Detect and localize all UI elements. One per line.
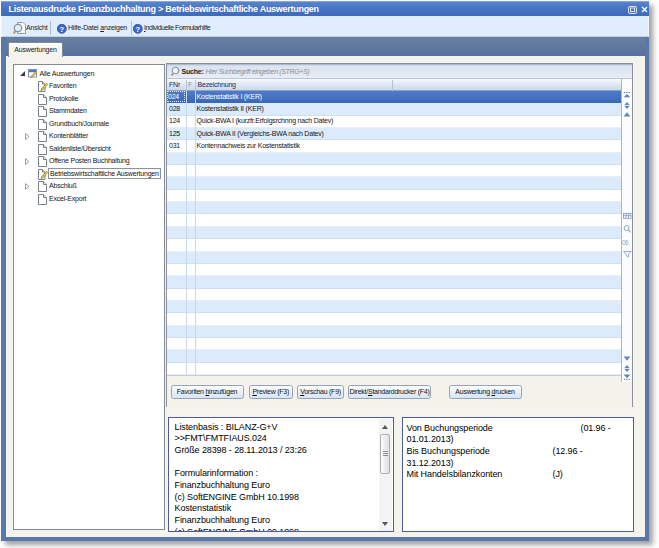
svg-text:?: ? xyxy=(60,24,65,33)
svg-text:?: ? xyxy=(136,24,141,33)
